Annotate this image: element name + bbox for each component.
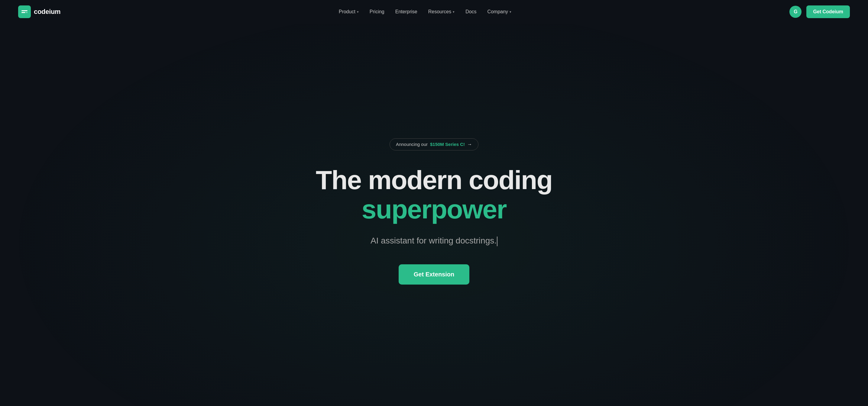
nav-item-product[interactable]: Product ▾ bbox=[339, 9, 359, 14]
logo-icon bbox=[18, 5, 31, 18]
hero-title-line2: superpower bbox=[316, 195, 552, 224]
logo-link[interactable]: codeium bbox=[18, 5, 60, 18]
announcement-badge[interactable]: Announcing our $150M Series C! → bbox=[390, 138, 478, 150]
main-nav: codeium Product ▾ Pricing Enterprise Res… bbox=[0, 0, 868, 24]
announcement-prefix: Announcing our bbox=[396, 142, 428, 147]
get-extension-button[interactable]: Get Extension bbox=[399, 264, 469, 285]
nav-item-pricing[interactable]: Pricing bbox=[370, 9, 384, 14]
get-codeium-button[interactable]: Get Codeium bbox=[806, 5, 850, 18]
hero-section: Announcing our $150M Series C! → The mod… bbox=[0, 24, 868, 405]
nav-label-resources: Resources bbox=[428, 9, 451, 14]
nav-right: G Get Codeium bbox=[789, 5, 850, 18]
nav-label-product: Product bbox=[339, 9, 355, 14]
chevron-down-icon-company: ▾ bbox=[509, 10, 512, 14]
nav-item-company[interactable]: Company ▾ bbox=[488, 9, 512, 14]
hero-subtitle: AI assistant for writing docstrings. bbox=[371, 236, 497, 246]
nav-label-pricing: Pricing bbox=[370, 9, 384, 14]
svg-rect-2 bbox=[26, 12, 28, 13]
chevron-down-icon-resources: ▾ bbox=[453, 10, 455, 14]
announcement-highlight: $150M Series C! bbox=[430, 142, 465, 147]
svg-rect-0 bbox=[22, 10, 28, 11]
nav-label-enterprise: Enterprise bbox=[395, 9, 417, 14]
logo-text: codeium bbox=[34, 8, 60, 16]
user-avatar-button[interactable]: G bbox=[789, 6, 802, 18]
nav-item-enterprise[interactable]: Enterprise bbox=[395, 9, 417, 14]
nav-label-company: Company bbox=[488, 9, 508, 14]
text-cursor bbox=[497, 237, 497, 246]
hero-title: The modern coding superpower bbox=[316, 165, 552, 224]
nav-links: Product ▾ Pricing Enterprise Resources ▾… bbox=[339, 9, 512, 14]
hero-subtitle-text: AI assistant for writing docstrings. bbox=[371, 236, 497, 245]
hero-title-line1: The modern coding bbox=[316, 165, 552, 195]
announcement-arrow: → bbox=[467, 142, 472, 147]
svg-rect-1 bbox=[22, 12, 25, 13]
chevron-down-icon: ▾ bbox=[357, 10, 359, 14]
nav-label-docs: Docs bbox=[465, 9, 476, 14]
nav-item-docs[interactable]: Docs bbox=[465, 9, 476, 14]
logo-svg bbox=[21, 8, 28, 16]
nav-item-resources[interactable]: Resources ▾ bbox=[428, 9, 455, 14]
